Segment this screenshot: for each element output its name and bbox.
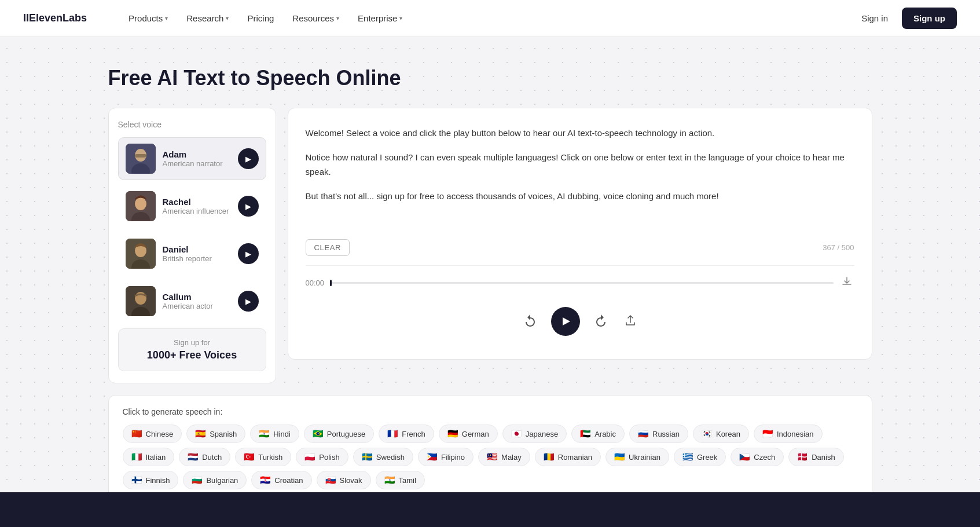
avatar-rachel — [126, 191, 156, 221]
voice-name-callum: Callum — [163, 292, 231, 302]
rewind-button[interactable] — [521, 311, 539, 332]
voice-desc-daniel: British reporter — [163, 254, 231, 263]
text-controls: CLEAR 367 / 500 — [306, 239, 854, 256]
lang-tag-german[interactable]: 🇩🇪German — [439, 424, 498, 443]
chevron-down-icon: ▾ — [399, 15, 402, 21]
lang-tag-dutch[interactable]: 🇳🇱Dutch — [179, 448, 230, 466]
lang-tag-croatian[interactable]: 🇭🇷Croatian — [251, 471, 311, 489]
text-panel: Welcome! Select a voice and click the pl… — [288, 108, 872, 360]
nav-research[interactable]: Research ▾ — [179, 9, 236, 28]
voice-item-adam[interactable]: Adam American narrator ▶ — [118, 137, 266, 180]
svg-rect-4 — [135, 154, 146, 158]
lang-tag-tamil[interactable]: 🇮🇳Tamil — [376, 471, 425, 489]
lang-tag-slovak[interactable]: 🇸🇰Slovak — [317, 471, 371, 489]
nav-resources[interactable]: Resources ▾ — [285, 9, 346, 28]
voice-name-adam: Adam — [163, 149, 231, 159]
nav-products[interactable]: Products ▾ — [122, 9, 175, 28]
download-button[interactable] — [839, 274, 854, 292]
avatar-daniel — [126, 239, 156, 269]
lang-tag-hindi[interactable]: 🇮🇳Hindi — [250, 424, 299, 443]
voice-desc-rachel: American influencer — [163, 207, 231, 215]
nav-menu: Products ▾ Research ▾ Pricing Resources … — [122, 9, 854, 28]
lang-tag-czech[interactable]: 🇨🇿Czech — [731, 448, 784, 466]
voice-info-adam: Adam American narrator — [163, 149, 231, 168]
audio-bar: 00:00 — [306, 265, 854, 292]
chevron-down-icon: ▾ — [226, 15, 229, 21]
main-layout: Select voice Adam Amer — [108, 108, 872, 383]
avatar-callum — [126, 286, 156, 316]
lang-tag-swedish[interactable]: 🇸🇪Swedish — [353, 448, 413, 466]
voice-panel-title: Select voice — [118, 120, 266, 129]
language-tags: 🇨🇳Chinese🇪🇸Spanish🇮🇳Hindi🇧🇷Portuguese🇫🇷F… — [123, 424, 858, 489]
lang-tag-filipino[interactable]: 🇵🇭Filipino — [418, 448, 474, 466]
main-play-button[interactable] — [551, 307, 580, 336]
lang-tag-greek[interactable]: 🇬🇷Greek — [674, 448, 726, 466]
chevron-down-icon: ▾ — [336, 15, 339, 21]
play-button-callum[interactable]: ▶ — [238, 291, 259, 312]
lang-tag-arabic[interactable]: 🇦🇪Arabic — [571, 424, 625, 443]
signup-promo[interactable]: Sign up for 1000+ Free Voices — [118, 328, 266, 371]
play-button-adam[interactable]: ▶ — [238, 148, 259, 169]
logo[interactable]: IIElevenLabs — [23, 12, 87, 24]
char-count: 367 / 500 — [823, 243, 854, 252]
audio-cursor — [330, 280, 332, 286]
lang-tag-italian[interactable]: 🇮🇹Italian — [123, 448, 175, 466]
lang-tag-chinese[interactable]: 🇨🇳Chinese — [123, 424, 182, 443]
audio-controls — [306, 301, 854, 342]
share-button[interactable] — [622, 312, 639, 332]
chevron-down-icon: ▾ — [165, 15, 168, 21]
lang-tag-russian[interactable]: 🇷🇺Russian — [629, 424, 688, 443]
play-button-rachel[interactable]: ▶ — [238, 196, 259, 217]
voice-panel: Select voice Adam Amer — [108, 108, 276, 383]
promo-main: 1000+ Free Voices — [126, 349, 259, 361]
navbar: IIElevenLabs Products ▾ Research ▾ Prici… — [0, 0, 980, 37]
language-section: Click to generate speech in: 🇨🇳Chinese🇪🇸… — [108, 395, 872, 502]
signin-button[interactable]: Sign in — [854, 9, 895, 28]
voice-item-rachel[interactable]: Rachel American influencer ▶ — [118, 185, 266, 228]
voice-item-callum[interactable]: Callum American actor ▶ — [118, 280, 266, 323]
voice-info-daniel: Daniel British reporter — [163, 244, 231, 263]
lang-tag-portuguese[interactable]: 🇧🇷Portuguese — [304, 424, 375, 443]
audio-time: 00:00 — [306, 279, 325, 287]
voice-desc-callum: American actor — [163, 302, 231, 310]
lang-tag-indonesian[interactable]: 🇮🇩Indonesian — [754, 424, 823, 443]
lang-tag-malay[interactable]: 🇲🇾Malay — [478, 448, 530, 466]
forward-button[interactable] — [592, 311, 610, 332]
voice-info-rachel: Rachel American influencer — [163, 197, 231, 215]
lang-tag-japanese[interactable]: 🇯🇵Japanese — [502, 424, 567, 443]
play-button-daniel[interactable]: ▶ — [238, 243, 259, 264]
page-title: Free AI Text to Speech Online — [108, 66, 872, 90]
nav-pricing[interactable]: Pricing — [240, 9, 281, 28]
svg-point-8 — [135, 198, 146, 208]
audio-progress[interactable] — [330, 282, 833, 284]
voice-desc-adam: American narrator — [163, 159, 231, 168]
lang-tag-spanish[interactable]: 🇪🇸Spanish — [186, 424, 245, 443]
lang-tag-danish[interactable]: 🇩🇰Danish — [788, 448, 843, 466]
lang-tag-french[interactable]: 🇫🇷French — [379, 424, 434, 443]
signup-button[interactable]: Sign up — [902, 8, 957, 29]
text-paragraph-3: But that's not all... sign up for free t… — [306, 189, 854, 204]
text-paragraph-2: Notice how natural I sound? I can even s… — [306, 150, 854, 180]
text-paragraph-1: Welcome! Select a voice and click the pl… — [306, 126, 854, 141]
page-content: Free AI Text to Speech Online Select voi… — [85, 37, 895, 525]
avatar-adam — [126, 144, 156, 174]
voice-name-daniel: Daniel — [163, 244, 231, 254]
language-section-header: Click to generate speech in: — [123, 407, 858, 416]
lang-tag-korean[interactable]: 🇰🇷Korean — [693, 424, 749, 443]
lang-tag-bulgarian[interactable]: 🇧🇬Bulgarian — [183, 471, 247, 489]
lang-tag-ukrainian[interactable]: 🇺🇦Ukrainian — [605, 448, 669, 466]
voice-info-callum: Callum American actor — [163, 292, 231, 310]
lang-tag-romanian[interactable]: 🇷🇴Romanian — [535, 448, 601, 466]
lang-tag-polish[interactable]: 🇵🇱Polish — [296, 448, 348, 466]
promo-top: Sign up for — [126, 338, 259, 347]
footer-bar — [0, 492, 980, 527]
lang-tag-finnish[interactable]: 🇫🇮Finnish — [123, 471, 179, 489]
nav-enterprise[interactable]: Enterprise ▾ — [351, 9, 409, 28]
lang-tag-turkish[interactable]: 🇹🇷Turkish — [235, 448, 291, 466]
text-content: Welcome! Select a voice and click the pl… — [306, 126, 854, 230]
nav-actions: Sign in Sign up — [854, 8, 957, 29]
clear-button[interactable]: CLEAR — [306, 239, 350, 256]
voice-item-daniel[interactable]: Daniel British reporter ▶ — [118, 232, 266, 275]
voice-name-rachel: Rachel — [163, 197, 231, 207]
